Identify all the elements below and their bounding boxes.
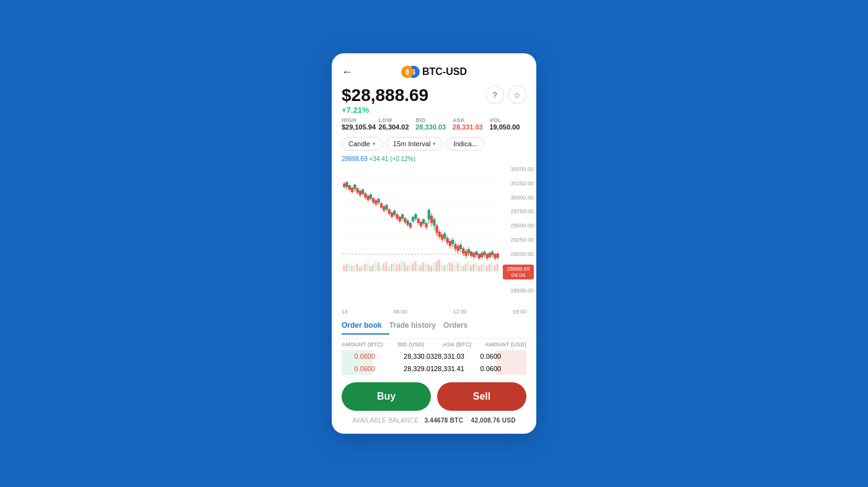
svg-rect-153 <box>457 246 459 251</box>
svg-rect-171 <box>480 253 483 257</box>
svg-rect-97 <box>383 206 385 211</box>
coin-icons: ₿ $ <box>401 66 418 78</box>
svg-rect-109 <box>399 217 401 221</box>
candle-selector[interactable]: Candle ▾ <box>342 137 383 151</box>
svg-rect-45 <box>443 265 445 271</box>
trading-pair: BTC-USD <box>422 66 467 77</box>
svg-rect-24 <box>388 266 390 271</box>
svg-rect-149 <box>451 240 454 244</box>
phone-card: ← ₿ $ BTC-USD $28,888.69 +7.21% ? ☆ HIGH… <box>332 53 536 434</box>
svg-rect-127 <box>422 219 425 224</box>
tab-orders[interactable]: Orders <box>443 321 475 335</box>
svg-rect-167 <box>475 252 477 255</box>
svg-rect-53 <box>464 263 466 271</box>
current-price-tag: 28888.6904:04 <box>503 265 534 279</box>
svg-rect-161 <box>467 249 470 253</box>
svg-rect-177 <box>489 253 491 257</box>
stat-high: HIGH $29,105.94 <box>342 117 379 131</box>
svg-rect-37 <box>422 262 424 271</box>
svg-rect-39 <box>428 265 430 271</box>
svg-rect-173 <box>483 252 485 255</box>
svg-rect-25 <box>391 264 392 271</box>
svg-rect-35 <box>417 264 419 271</box>
svg-rect-41 <box>433 263 435 271</box>
svg-rect-7 <box>343 265 345 271</box>
svg-rect-54 <box>467 262 469 271</box>
chart-main <box>342 165 500 295</box>
stat-low: LOW 26,304.02 <box>379 117 416 131</box>
svg-rect-19 <box>374 261 376 271</box>
svg-rect-47 <box>449 262 451 271</box>
svg-rect-111 <box>401 214 404 219</box>
buy-button[interactable]: Buy <box>342 382 431 411</box>
svg-rect-23 <box>385 262 387 271</box>
svg-rect-105 <box>393 211 396 215</box>
svg-rect-15 <box>364 264 366 271</box>
svg-rect-75 <box>353 185 356 189</box>
svg-rect-89 <box>372 198 374 203</box>
svg-rect-64 <box>494 265 495 271</box>
sell-button[interactable]: Sell <box>437 382 526 411</box>
svg-rect-33 <box>412 263 414 271</box>
svg-rect-163 <box>470 252 472 256</box>
svg-rect-16 <box>367 263 369 271</box>
favorite-button[interactable]: ☆ <box>508 86 526 104</box>
balance-row: AVAILABLE BALANCE 3.44678 BTC 42,008.76 … <box>332 417 536 434</box>
order-row: 0.0600 28,329.01 28,331.41 0.0600 <box>332 362 536 375</box>
svg-rect-32 <box>409 265 411 271</box>
svg-rect-10 <box>351 266 353 271</box>
svg-rect-31 <box>407 266 409 271</box>
svg-rect-93 <box>378 199 380 203</box>
chart-controls: Candle ▾ 15m Interval ▾ Indica... <box>332 137 536 156</box>
svg-rect-55 <box>470 265 472 271</box>
svg-rect-157 <box>462 248 464 253</box>
stat-ask: ASK 28,331.03 <box>453 117 490 131</box>
svg-rect-113 <box>404 218 406 222</box>
svg-rect-63 <box>491 263 493 271</box>
stats-row: HIGH $29,105.94 LOW 26,304.02 BID 28,330… <box>332 115 536 137</box>
svg-rect-85 <box>367 196 370 200</box>
back-button[interactable]: ← <box>342 66 353 79</box>
svg-rect-79 <box>359 191 361 195</box>
order-table-header: AMOUNT (BTC) BID (USD) ASK (BTC) AMOUNT … <box>332 339 536 350</box>
svg-rect-107 <box>396 214 398 219</box>
svg-rect-22 <box>383 263 384 271</box>
svg-rect-115 <box>407 221 409 225</box>
svg-rect-71 <box>348 185 351 190</box>
svg-rect-27 <box>396 265 397 271</box>
tab-trade-history[interactable]: Trade history <box>389 321 443 335</box>
indicator-selector[interactable]: Indica... <box>446 137 484 151</box>
svg-rect-34 <box>414 261 416 271</box>
svg-rect-121 <box>414 214 417 219</box>
svg-rect-8 <box>345 264 347 271</box>
svg-rect-117 <box>409 223 412 227</box>
svg-rect-48 <box>451 263 453 271</box>
svg-rect-12 <box>356 263 358 271</box>
svg-rect-62 <box>489 264 490 271</box>
tab-order-book[interactable]: Order book <box>342 321 389 335</box>
chart-xaxis: 18 06:00 12:00 18:00 <box>332 307 536 316</box>
svg-rect-30 <box>404 263 405 271</box>
svg-rect-60 <box>483 263 485 271</box>
buy-sell-row: Buy Sell <box>332 375 536 417</box>
svg-rect-58 <box>478 266 480 271</box>
svg-rect-133 <box>430 216 433 223</box>
svg-rect-42 <box>435 261 437 271</box>
svg-rect-145 <box>446 238 449 243</box>
svg-rect-38 <box>425 263 427 271</box>
chart-yaxis: 30500.00 30250.00 30000.00 29750.00 2950… <box>500 165 536 295</box>
svg-rect-101 <box>388 209 391 214</box>
svg-rect-52 <box>462 266 464 271</box>
svg-rect-69 <box>345 182 348 187</box>
chart-area: 28888.69 +34.41 (+0.12%) <box>332 156 536 307</box>
svg-rect-14 <box>361 265 363 271</box>
btc-icon: ₿ <box>401 66 414 78</box>
svg-rect-155 <box>459 245 462 249</box>
interval-selector[interactable]: 15m Interval ▾ <box>386 137 443 151</box>
svg-rect-175 <box>486 254 489 258</box>
svg-rect-147 <box>449 241 451 246</box>
svg-rect-165 <box>472 253 475 257</box>
help-button[interactable]: ? <box>485 86 504 104</box>
chart-info: 28888.69 +34.41 (+0.12%) <box>342 156 536 165</box>
svg-rect-83 <box>364 193 366 198</box>
